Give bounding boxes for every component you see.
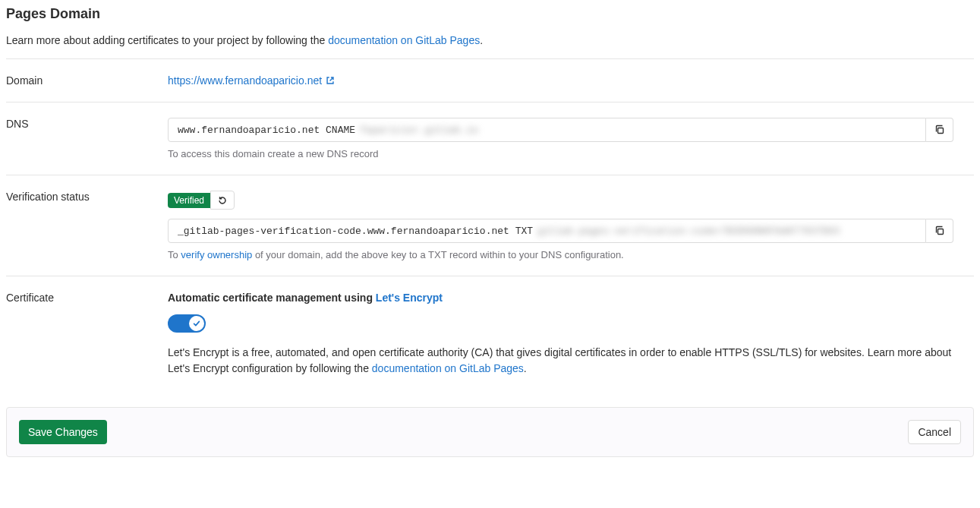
retry-verification-button[interactable]	[210, 191, 235, 210]
verification-label: Verification status	[6, 191, 168, 260]
domain-label: Domain	[6, 74, 168, 87]
dns-input-group: www.fernandoaparicio.net CNAME faparicio…	[168, 118, 953, 142]
documentation-link-cert[interactable]: documentation on GitLab Pages	[372, 362, 524, 374]
certificate-desc-prefix: Let's Encrypt is a free, automated, and …	[168, 346, 951, 374]
certificate-heading: Automatic certificate management using L…	[168, 292, 974, 304]
verification-help-suffix: of your domain, add the above key to a T…	[252, 249, 623, 260]
verification-badge-row: Verified	[168, 191, 974, 210]
svg-rect-0	[937, 128, 943, 134]
dns-help-text: To access this domain create a new DNS r…	[168, 148, 974, 159]
domain-url-link[interactable]: https://www.fernandoaparicio.net	[168, 74, 336, 87]
verification-help-text: To verify ownership of your domain, add …	[168, 249, 974, 260]
retry-icon	[217, 195, 228, 206]
page-title: Pages Domain	[6, 6, 974, 22]
certificate-heading-prefix: Automatic certificate management using	[168, 292, 376, 304]
page-intro: Learn more about adding certificates to …	[6, 34, 974, 46]
documentation-link[interactable]: documentation on GitLab Pages	[328, 34, 480, 46]
intro-text: Learn more about adding certificates to …	[6, 34, 328, 46]
check-icon	[192, 319, 201, 328]
dns-record-field[interactable]: www.fernandoaparicio.net CNAME faparicio…	[168, 118, 926, 142]
toggle-knob	[189, 316, 204, 331]
certificate-label: Certificate	[6, 292, 168, 377]
copy-icon	[934, 225, 946, 237]
verified-badge: Verified	[168, 193, 210, 208]
intro-suffix: .	[480, 34, 483, 46]
domain-url-text: https://www.fernandoaparicio.net	[168, 74, 322, 87]
verify-ownership-link[interactable]: verify ownership	[181, 249, 252, 260]
auto-certificate-toggle[interactable]	[168, 314, 206, 333]
lets-encrypt-link[interactable]: Let's Encrypt	[376, 292, 443, 304]
copy-icon	[934, 124, 946, 136]
verification-txt-field[interactable]: _gitlab-pages-verification-code.www.fern…	[168, 219, 926, 243]
dns-record-hidden: faparicior.gitlab.io	[360, 125, 478, 136]
verification-row: Verification status Verified _gitlab-pag…	[6, 175, 974, 276]
verification-input-group: _gitlab-pages-verification-code.www.fern…	[168, 219, 953, 243]
certificate-row: Certificate Automatic certificate manage…	[6, 276, 974, 392]
verification-txt-hidden: gitlab-pages-verification-code=7B3D90NHF…	[537, 226, 840, 237]
certificate-description: Let's Encrypt is a free, automated, and …	[168, 345, 974, 377]
copy-verification-button[interactable]	[926, 219, 953, 243]
dns-record-visible: www.fernandoaparicio.net CNAME	[178, 125, 355, 136]
certificate-desc-suffix: .	[524, 362, 527, 374]
verification-txt-visible: _gitlab-pages-verification-code.www.fern…	[178, 226, 533, 237]
copy-dns-button[interactable]	[926, 118, 953, 142]
external-link-icon	[325, 75, 336, 86]
save-button[interactable]: Save Changes	[19, 420, 107, 444]
footer-actions: Save Changes Cancel	[6, 407, 974, 457]
dns-row: DNS www.fernandoaparicio.net CNAME fapar…	[6, 103, 974, 175]
domain-row: Domain https://www.fernandoaparicio.net	[6, 59, 974, 102]
verification-help-prefix: To	[168, 249, 181, 260]
svg-rect-1	[937, 229, 943, 235]
cancel-button[interactable]: Cancel	[908, 420, 961, 444]
dns-label: DNS	[6, 118, 168, 159]
